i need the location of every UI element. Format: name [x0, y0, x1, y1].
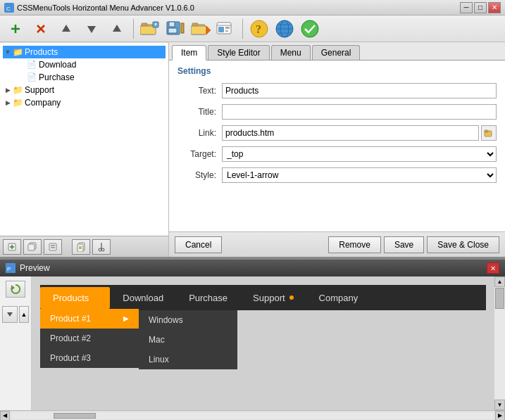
style-select[interactable]: Level-1-arrow Level-2-arrow — [222, 167, 497, 183]
save-toolbar-button[interactable] — [164, 19, 187, 39]
tree-bottom-bar — [0, 236, 168, 257]
expand-download — [17, 60, 27, 70]
svg-point-50 — [101, 248, 104, 251]
scroll-thumb[interactable] — [495, 288, 504, 309]
minimize-button[interactable]: ─ — [460, 2, 473, 13]
browse-button[interactable] — [481, 125, 497, 141]
delete-button[interactable] — [30, 19, 52, 39]
svg-point-49 — [99, 248, 101, 251]
scroll-left-button[interactable]: ◀ — [0, 411, 10, 421]
tree-paste-btn[interactable] — [72, 239, 90, 255]
preview-app-icon: P — [6, 263, 15, 273]
title-label: Title: — [177, 107, 216, 117]
menu-item-support[interactable]: Support — [240, 285, 306, 310]
move-up-button[interactable] — [55, 19, 77, 39]
expand-purchase — [17, 72, 27, 82]
scroll-down-button[interactable]: ▼ — [494, 400, 505, 410]
style-label: Style: — [177, 170, 216, 180]
tab-general[interactable]: General — [312, 45, 361, 60]
tab-menu[interactable]: Menu — [271, 45, 311, 60]
menu-item-download[interactable]: Download — [110, 285, 176, 310]
expand-support[interactable]: ▶ — [3, 85, 13, 95]
h-scroll-thumb[interactable] — [54, 413, 96, 419]
tab-item[interactable]: Item — [172, 45, 206, 61]
tree-label-products: Products — [25, 47, 58, 57]
form-row-style: Style: Level-1-arrow Level-2-arrow — [177, 167, 497, 183]
preview-zoom-down[interactable] — [2, 306, 18, 323]
dropdown-item-product2[interactable]: Product #2 — [40, 329, 139, 348]
products-dot-icon — [93, 295, 97, 300]
move-up-alt-button[interactable] — [106, 19, 128, 39]
menu-item-products[interactable]: Products — [40, 287, 110, 309]
preview-zoom-up[interactable]: ▲ — [19, 306, 29, 323]
preview-button[interactable] — [215, 19, 237, 39]
app-icon: C — [4, 3, 14, 13]
tree-copy-btn[interactable] — [23, 239, 42, 255]
expand-company[interactable]: ▶ — [3, 98, 13, 108]
separator-2 — [242, 19, 243, 39]
form-row-text: Text: — [177, 83, 497, 98]
expand-products[interactable]: ▼ — [3, 47, 13, 57]
svg-rect-17 — [168, 28, 177, 33]
tree-item-download[interactable]: 📄 Download — [17, 58, 166, 71]
tree-panel: ▼ 📁 Products 📄 Download 📄 — [0, 42, 169, 236]
svg-text:?: ? — [256, 23, 261, 35]
menu-company-label: Company — [319, 293, 359, 303]
target-select[interactable]: _top _blank _self _parent — [222, 146, 497, 162]
tree-label-company: Company — [25, 98, 61, 108]
svg-rect-10 — [142, 23, 147, 26]
folder-icon-company: 📁 — [13, 98, 23, 108]
form-row-title: Title: — [177, 104, 497, 120]
title-input[interactable] — [222, 104, 497, 120]
h-scroll-track — [11, 412, 494, 419]
text-input[interactable] — [222, 83, 497, 98]
tree-add-btn[interactable] — [3, 239, 21, 255]
svg-rect-40 — [28, 244, 35, 250]
save-button[interactable]: Save — [384, 236, 424, 253]
tree-label-purchase: Purchase — [39, 72, 75, 82]
maximize-button[interactable]: □ — [474, 2, 487, 13]
preview-title-label: Preview — [20, 263, 50, 273]
tree-item-products[interactable]: ▼ 📁 Products — [3, 46, 166, 58]
add-button[interactable] — [4, 19, 27, 39]
svg-text:P: P — [7, 266, 11, 272]
tree-item-company[interactable]: ▶ 📁 Company — [3, 96, 166, 109]
svg-text:C: C — [6, 6, 11, 12]
move-down-button[interactable] — [80, 19, 103, 39]
product1-arrow-icon: ▶ — [123, 314, 129, 322]
save-close-button[interactable]: Save & Close — [427, 236, 499, 253]
help-button[interactable]: ? — [248, 19, 270, 39]
sub-item-windows[interactable]: Windows — [139, 310, 237, 330]
tree-item-purchase[interactable]: 📄 Purchase — [17, 71, 166, 84]
menu-item-purchase[interactable]: Purchase — [176, 285, 240, 310]
dropdown-item-product3[interactable]: Product #3 — [40, 348, 139, 368]
close-button[interactable]: ✕ — [488, 2, 501, 13]
menu-products-label: Products — [53, 293, 89, 303]
svg-marker-7 — [87, 26, 96, 33]
remove-button[interactable]: Remove — [328, 236, 381, 253]
menu-item-company[interactable]: Company — [306, 285, 371, 310]
sub-item-linux[interactable]: Linux — [139, 350, 237, 369]
open-button[interactable] — [139, 19, 161, 39]
sub-item-mac[interactable]: Mac — [139, 330, 237, 350]
scroll-right-button[interactable]: ▶ — [495, 411, 505, 421]
cancel-button[interactable]: Cancel — [175, 236, 222, 253]
tree-item-support[interactable]: ▶ 📁 Support — [3, 84, 166, 96]
tree-label-support: Support — [25, 85, 54, 95]
dropdown-item-product1[interactable]: Product #1 ▶ — [40, 309, 139, 329]
title-bar: C CSSMenuTools Horizontal Menu Advancer … — [0, 0, 505, 15]
preview-close-button[interactable]: ✕ — [487, 262, 499, 274]
preview-refresh-button[interactable] — [6, 281, 25, 298]
tree-edit-btn[interactable] — [44, 239, 62, 255]
globe-button[interactable] — [273, 19, 296, 39]
menu-purchase-label: Purchase — [189, 293, 227, 303]
tree-cut-btn[interactable] — [92, 239, 111, 255]
export-button[interactable] — [189, 19, 212, 39]
link-input[interactable] — [222, 125, 479, 141]
support-dot-icon — [289, 295, 294, 300]
tab-style-editor[interactable]: Style Editor — [208, 45, 269, 60]
checkmark-button[interactable] — [299, 19, 321, 39]
scroll-up-button[interactable]: ▲ — [494, 276, 505, 287]
preview-scroll-area: Products Product #1 ▶ Product #2 — [40, 285, 486, 369]
svg-rect-25 — [218, 27, 224, 32]
